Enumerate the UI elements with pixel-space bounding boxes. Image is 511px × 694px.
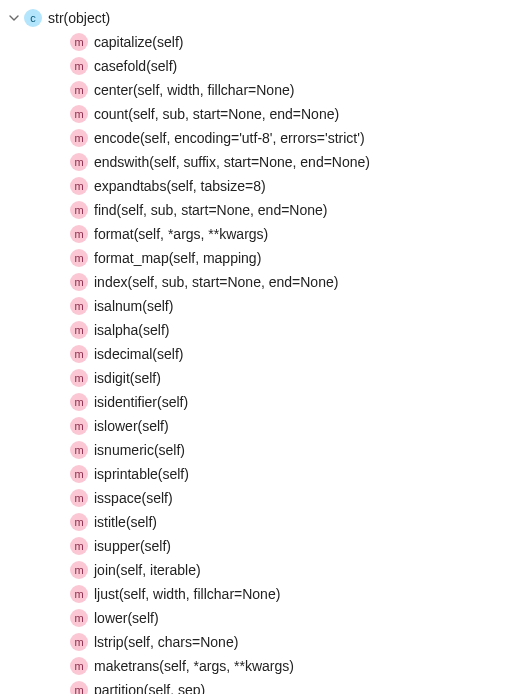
method-signature: ljust(self, width, fillchar=None) [94,582,280,606]
class-signature: str(object) [48,6,110,30]
method-row[interactable]: mfind(self, sub, start=None, end=None) [6,198,511,222]
method-row[interactable]: mislower(self) [6,414,511,438]
method-signature: index(self, sub, start=None, end=None) [94,270,338,294]
method-icon: m [70,465,88,483]
method-signature: isupper(self) [94,534,171,558]
method-signature: isspace(self) [94,486,173,510]
method-icon: m [70,657,88,675]
method-icon: m [70,33,88,51]
method-signature: find(self, sub, start=None, end=None) [94,198,327,222]
method-row[interactable]: mmaketrans(self, *args, **kwargs) [6,654,511,678]
method-icon: m [70,129,88,147]
method-row[interactable]: mindex(self, sub, start=None, end=None) [6,270,511,294]
method-icon: m [70,609,88,627]
method-signature: maketrans(self, *args, **kwargs) [94,654,294,678]
method-row[interactable]: mjoin(self, iterable) [6,558,511,582]
method-signature: expandtabs(self, tabsize=8) [94,174,266,198]
method-signature: islower(self) [94,414,169,438]
method-row[interactable]: mendswith(self, suffix, start=None, end=… [6,150,511,174]
method-row[interactable]: mistitle(self) [6,510,511,534]
method-signature: isidentifier(self) [94,390,188,414]
method-icon: m [70,345,88,363]
method-row[interactable]: misnumeric(self) [6,438,511,462]
method-row[interactable]: mexpandtabs(self, tabsize=8) [6,174,511,198]
method-icon: m [70,273,88,291]
method-row[interactable]: misalpha(self) [6,318,511,342]
method-signature: encode(self, encoding='utf-8', errors='s… [94,126,365,150]
method-icon: m [70,81,88,99]
method-row[interactable]: mcount(self, sub, start=None, end=None) [6,102,511,126]
method-icon: m [70,417,88,435]
method-signature: casefold(self) [94,54,177,78]
method-signature: join(self, iterable) [94,558,201,582]
method-icon: m [70,297,88,315]
method-icon: m [70,201,88,219]
method-signature: count(self, sub, start=None, end=None) [94,102,339,126]
method-icon: m [70,177,88,195]
method-icon: m [70,369,88,387]
method-row[interactable]: mencode(self, encoding='utf-8', errors='… [6,126,511,150]
method-icon: m [70,489,88,507]
class-row[interactable]: c str(object) [6,6,511,30]
method-icon: m [70,225,88,243]
method-signature: format(self, *args, **kwargs) [94,222,268,246]
method-signature: lower(self) [94,606,159,630]
method-row[interactable]: misspace(self) [6,486,511,510]
method-icon: m [70,561,88,579]
method-row[interactable]: mlstrip(self, chars=None) [6,630,511,654]
method-icon: m [70,105,88,123]
method-signature: isalnum(self) [94,294,173,318]
class-icon: c [24,9,42,27]
method-row[interactable]: mcapitalize(self) [6,30,511,54]
method-signature: istitle(self) [94,510,157,534]
method-row[interactable]: misalnum(self) [6,294,511,318]
method-icon: m [70,153,88,171]
method-signature: lstrip(self, chars=None) [94,630,238,654]
method-icon: m [70,393,88,411]
method-row[interactable]: mcenter(self, width, fillchar=None) [6,78,511,102]
method-icon: m [70,249,88,267]
method-row[interactable]: mlower(self) [6,606,511,630]
method-signature: capitalize(self) [94,30,183,54]
method-signature: isnumeric(self) [94,438,185,462]
method-signature: endswith(self, suffix, start=None, end=N… [94,150,370,174]
method-row[interactable]: mformat_map(self, mapping) [6,246,511,270]
method-row[interactable]: mpartition(self, sep) [6,678,511,694]
method-icon: m [70,513,88,531]
method-row[interactable]: misupper(self) [6,534,511,558]
method-row[interactable]: mcasefold(self) [6,54,511,78]
method-signature: format_map(self, mapping) [94,246,261,270]
method-signature: center(self, width, fillchar=None) [94,78,294,102]
methods-list: mcapitalize(self)mcasefold(self)mcenter(… [6,30,511,694]
method-signature: isdigit(self) [94,366,161,390]
method-row[interactable]: misidentifier(self) [6,390,511,414]
method-row[interactable]: misdecimal(self) [6,342,511,366]
method-icon: m [70,633,88,651]
chevron-down-icon[interactable] [6,10,22,26]
method-signature: isprintable(self) [94,462,189,486]
method-signature: partition(self, sep) [94,678,205,694]
method-icon: m [70,585,88,603]
method-row[interactable]: mformat(self, *args, **kwargs) [6,222,511,246]
method-icon: m [70,321,88,339]
method-row[interactable]: mljust(self, width, fillchar=None) [6,582,511,606]
method-icon: m [70,681,88,694]
method-signature: isalpha(self) [94,318,169,342]
method-icon: m [70,441,88,459]
method-row[interactable]: misdigit(self) [6,366,511,390]
class-tree: c str(object) mcapitalize(self)mcasefold… [0,0,511,694]
method-icon: m [70,57,88,75]
method-icon: m [70,537,88,555]
method-row[interactable]: misprintable(self) [6,462,511,486]
method-signature: isdecimal(self) [94,342,183,366]
